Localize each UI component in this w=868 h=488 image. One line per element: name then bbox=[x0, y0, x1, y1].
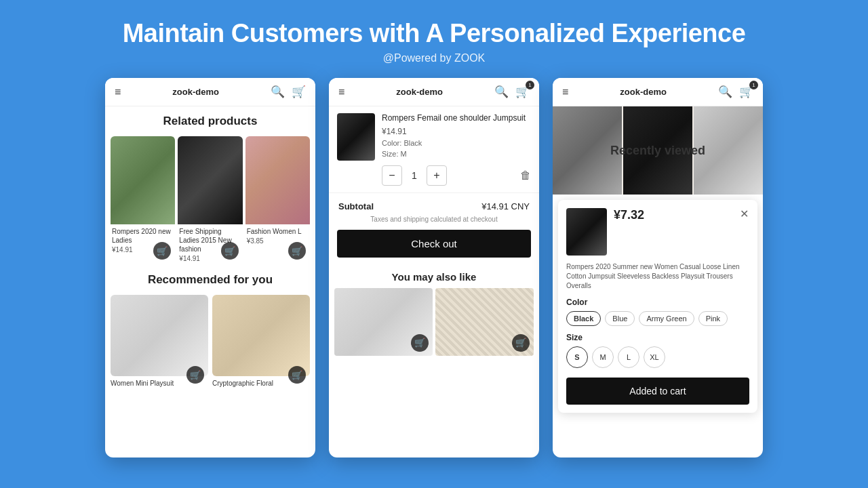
add-to-cart-btn-1[interactable]: 🛒 bbox=[153, 242, 171, 260]
qty-increase-btn[interactable]: + bbox=[427, 165, 447, 186]
popup-product-image bbox=[566, 208, 607, 256]
size-options: S M L XL bbox=[566, 346, 749, 368]
product-img-3 bbox=[245, 136, 310, 224]
rec-cart-btn-2[interactable]: 🛒 bbox=[288, 366, 306, 384]
brand-logo-1: zook-demo bbox=[172, 87, 219, 97]
product-card-1: 🛒 Rompers 2020 new Ladies ¥14.91 bbox=[111, 136, 175, 264]
phone-frame-2: ≡ zook-demo 🔍 🛒 1 Rompers Femail one sho… bbox=[329, 78, 539, 458]
brand-logo-3: zook-demo bbox=[620, 87, 667, 97]
navbar-1: ≡ zook-demo 🔍 🛒 bbox=[105, 78, 315, 106]
cart-item-name: Rompers Femail one shoulder Jumpsuit bbox=[382, 113, 531, 124]
product-card-3: 🛒 Fashion Women L ¥3.85 bbox=[245, 136, 310, 264]
product-name-3: Fashion Women L bbox=[245, 224, 310, 236]
product-img-1 bbox=[111, 136, 175, 224]
cart-icon-2[interactable]: 🛒 1 bbox=[515, 85, 530, 99]
cart-item-image bbox=[337, 113, 375, 161]
hamburger-icon[interactable]: ≡ bbox=[115, 86, 121, 98]
subtotal-amount: ¥14.91 CNY bbox=[481, 201, 530, 211]
cart-item-row: Rompers Femail one shoulder Jumpsuit ¥14… bbox=[329, 106, 539, 193]
search-icon-1[interactable]: 🔍 bbox=[271, 85, 285, 99]
recommended-title: Recommended for you bbox=[111, 273, 310, 287]
rec-grid: 🛒 Women Mini Playsuit 🛒 Cryptographic Fl… bbox=[111, 295, 310, 388]
subheadline: @Powered by ZOOK bbox=[0, 52, 868, 64]
product-img-2 bbox=[178, 136, 242, 224]
recently-viewed-section: Recently viewed bbox=[553, 106, 763, 195]
popup-description: Rompers 2020 Summer new Women Casual Loo… bbox=[566, 262, 749, 291]
size-btn-l[interactable]: L bbox=[618, 346, 639, 368]
also-cart-btn-1[interactable]: 🛒 bbox=[411, 334, 429, 352]
also-like-grid: 🛒 🛒 bbox=[329, 288, 539, 356]
quantity-row: − 1 + 🗑 bbox=[382, 165, 531, 186]
headline: Maintain Customers with A Personalized E… bbox=[0, 19, 868, 48]
nav-icons-3: 🔍 🛒 1 bbox=[718, 85, 753, 99]
also-like-title: You may also like bbox=[329, 266, 539, 288]
cart-badge-2: 1 bbox=[526, 81, 534, 89]
product-name-1: Rompers 2020 new Ladies bbox=[111, 224, 175, 245]
page-header: Maintain Customers with A Personalized E… bbox=[0, 0, 868, 78]
navbar-2: ≡ zook-demo 🔍 🛒 1 bbox=[329, 78, 539, 106]
rec-card-2: 🛒 Cryptographic Floral bbox=[212, 295, 310, 388]
qty-number: 1 bbox=[408, 170, 421, 181]
cart-item-details: Rompers Femail one shoulder Jumpsuit ¥14… bbox=[382, 113, 531, 186]
related-title: Related products bbox=[105, 115, 315, 128]
cart-icon-3[interactable]: 🛒 1 bbox=[739, 85, 753, 99]
search-icon-2[interactable]: 🔍 bbox=[494, 85, 509, 99]
nav-icons-2: 🔍 🛒 1 bbox=[494, 85, 530, 99]
color-options: Black Blue Army Green Pink bbox=[566, 311, 749, 326]
delete-item-btn[interactable]: 🗑 bbox=[520, 169, 531, 182]
color-btn-black[interactable]: Black bbox=[566, 311, 601, 326]
color-btn-army-green[interactable]: Army Green bbox=[639, 311, 694, 326]
subtotal-label: Subtotal bbox=[338, 201, 374, 211]
hamburger-icon-3[interactable]: ≡ bbox=[562, 86, 568, 98]
navbar-3: ≡ zook-demo 🔍 🛒 1 bbox=[553, 78, 763, 106]
also-cart-btn-2[interactable]: 🛒 bbox=[512, 334, 530, 352]
also-card-1: 🛒 bbox=[334, 288, 433, 356]
popup-header: ¥7.32 bbox=[566, 208, 749, 256]
qty-decrease-btn[interactable]: − bbox=[382, 165, 402, 186]
phone3-content: Recently viewed ✕ ¥7.32 Rompers 2020 Sum… bbox=[553, 106, 763, 413]
nav-icons-1: 🔍 🛒 bbox=[271, 85, 306, 99]
size-label: Size bbox=[566, 333, 749, 342]
phone1-content: Related products 🛒 Rompers 2020 new Ladi… bbox=[105, 106, 315, 388]
hamburger-icon-2[interactable]: ≡ bbox=[338, 86, 344, 98]
size-btn-xl[interactable]: XL bbox=[644, 346, 665, 368]
add-to-cart-btn-3[interactable]: 🛒 bbox=[288, 242, 306, 260]
color-btn-pink[interactable]: Pink bbox=[698, 311, 728, 326]
added-to-cart-button[interactable]: Added to cart bbox=[566, 378, 749, 405]
recommended-section: Recommended for you 🛒 Women Mini Playsui… bbox=[105, 264, 315, 388]
subtotal-row: Subtotal ¥14.91 CNY bbox=[329, 193, 539, 214]
phone2-content: Rompers Femail one shoulder Jumpsuit ¥14… bbox=[329, 106, 539, 356]
cart-icon-1[interactable]: 🛒 bbox=[292, 85, 306, 99]
popup-info: ¥7.32 bbox=[614, 208, 644, 222]
phone-frame-1: ≡ zook-demo 🔍 🛒 Related products 🛒 Rompe… bbox=[105, 78, 315, 458]
brand-logo-2: zook-demo bbox=[396, 87, 443, 97]
rec-cart-btn-1[interactable]: 🛒 bbox=[186, 366, 204, 384]
color-label: Color bbox=[566, 298, 749, 307]
product-popup: ✕ ¥7.32 Rompers 2020 Summer new Women Ca… bbox=[558, 200, 757, 413]
popup-close-btn[interactable]: ✕ bbox=[737, 207, 751, 220]
recently-title: Recently viewed bbox=[610, 144, 705, 158]
checkout-button[interactable]: Check out bbox=[337, 230, 531, 258]
size-btn-m[interactable]: M bbox=[592, 346, 614, 368]
also-card-2: 🛒 bbox=[435, 288, 534, 356]
phone-frame-3: ≡ zook-demo 🔍 🛒 1 Recently viewed bbox=[553, 78, 763, 458]
cart-item-color: Color: Black bbox=[382, 138, 531, 149]
rec-card-1: 🛒 Women Mini Playsuit bbox=[111, 295, 208, 388]
search-icon-3[interactable]: 🔍 bbox=[718, 85, 732, 99]
cart-badge-3: 1 bbox=[749, 81, 758, 89]
add-to-cart-btn-2[interactable]: 🛒 bbox=[221, 242, 239, 260]
cart-item-price: ¥14.91 bbox=[382, 127, 531, 136]
size-btn-s[interactable]: S bbox=[566, 346, 588, 368]
rec-img-2 bbox=[212, 295, 310, 376]
cart-item-size: Size: M bbox=[382, 148, 531, 160]
product-card-2: 🛒 Free Shipping Ladies 2015 New fashion … bbox=[178, 136, 242, 264]
related-products-grid: 🛒 Rompers 2020 new Ladies ¥14.91 🛒 Free … bbox=[105, 136, 315, 264]
popup-price: ¥7.32 bbox=[614, 208, 644, 222]
tax-note: Taxes and shipping calculated at checkou… bbox=[329, 214, 539, 230]
color-btn-blue[interactable]: Blue bbox=[605, 311, 635, 326]
rec-img-1 bbox=[111, 295, 208, 376]
